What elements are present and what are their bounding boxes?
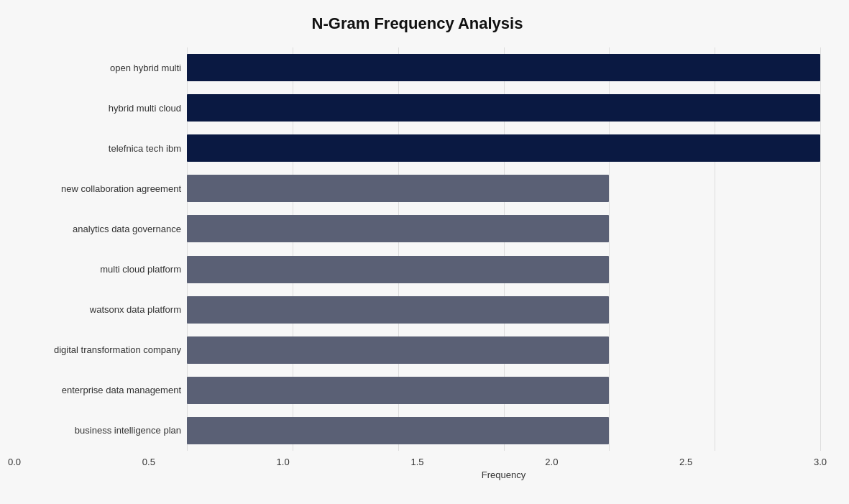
bars-section	[187, 47, 820, 451]
bar	[187, 175, 609, 202]
chart-area: open hybrid multihybrid multi cloudtelef…	[14, 47, 820, 451]
y-label: multi cloud platform	[14, 249, 181, 289]
chart-title: N-Gram Frequency Analysis	[14, 14, 820, 33]
bar-row	[187, 249, 820, 289]
bars-inner	[187, 47, 820, 451]
y-label: business intelligence plan	[14, 411, 181, 451]
bar	[187, 215, 609, 242]
bar	[187, 94, 820, 122]
bar-row	[187, 47, 820, 88]
bar-row	[187, 330, 820, 370]
x-axis: 0.00.51.01.52.02.53.0	[14, 451, 820, 467]
y-label: hybrid multi cloud	[14, 88, 181, 128]
bar	[187, 336, 609, 364]
y-label: watsonx data platform	[14, 290, 181, 330]
bar	[187, 134, 820, 162]
y-label: analytics data governance	[14, 209, 181, 249]
chart-container: N-Gram Frequency Analysis open hybrid mu…	[0, 0, 849, 504]
grid-line	[820, 47, 821, 451]
y-label: open hybrid multi	[14, 47, 181, 88]
y-label: enterprise data management	[14, 370, 181, 411]
bar-row	[187, 290, 820, 330]
bar-row	[187, 411, 820, 451]
bar-row	[187, 128, 820, 168]
y-label: new collaboration agreement	[14, 168, 181, 209]
bar-row	[187, 168, 820, 209]
bar-row	[187, 209, 820, 249]
x-tick: 1.0	[277, 457, 290, 467]
bar-row	[187, 88, 820, 128]
x-tick: 0.0	[8, 457, 21, 467]
x-tick: 2.5	[679, 457, 692, 467]
x-tick: 3.0	[814, 457, 827, 467]
x-axis-label: Frequency	[14, 469, 820, 480]
bar	[187, 377, 609, 404]
y-label: telefnica tech ibm	[14, 128, 181, 168]
bar	[187, 256, 609, 283]
x-tick: 2.0	[545, 457, 558, 467]
bar	[187, 417, 609, 444]
y-label: digital transformation company	[14, 330, 181, 370]
bar-row	[187, 370, 820, 411]
y-labels: open hybrid multihybrid multi cloudtelef…	[14, 47, 187, 451]
bar	[187, 54, 820, 81]
bar	[187, 296, 609, 324]
x-tick: 0.5	[142, 457, 155, 467]
x-tick: 1.5	[410, 457, 423, 467]
